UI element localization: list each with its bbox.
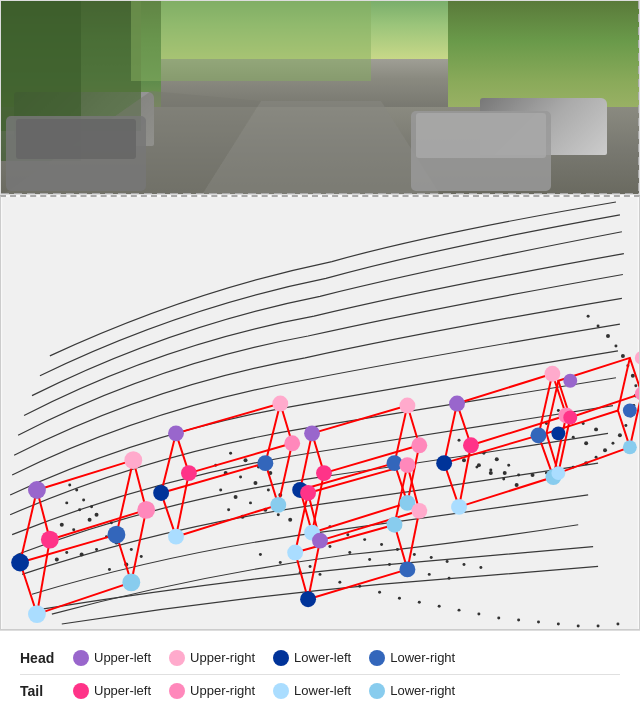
svg-point-170: [124, 451, 142, 469]
tail-upper-right-item: Upper-right: [169, 683, 255, 699]
svg-point-66: [594, 427, 598, 431]
svg-point-186: [399, 398, 415, 414]
svg-point-209: [563, 374, 577, 388]
svg-point-16: [95, 513, 99, 517]
svg-point-82: [517, 619, 520, 622]
svg-point-15: [68, 484, 71, 487]
svg-point-45: [219, 488, 222, 491]
svg-point-197: [300, 485, 316, 501]
svg-point-80: [477, 613, 480, 616]
svg-point-108: [587, 315, 590, 318]
svg-point-58: [462, 458, 466, 462]
svg-point-175: [28, 605, 46, 623]
svg-point-121: [611, 442, 614, 445]
head-legend-row: Head Upper-left Upper-right Lower-left L…: [20, 650, 620, 666]
svg-point-91: [328, 545, 331, 548]
svg-point-57: [507, 464, 510, 467]
svg-point-35: [229, 452, 232, 455]
svg-point-97: [448, 577, 451, 580]
svg-point-75: [378, 591, 381, 594]
svg-point-182: [284, 435, 300, 451]
svg-point-93: [368, 558, 371, 561]
svg-point-85: [577, 625, 580, 628]
tail-upper-right-dot: [169, 683, 185, 699]
head-upper-left-item: Upper-left: [73, 650, 151, 666]
svg-point-77: [418, 601, 421, 604]
svg-point-190: [411, 437, 427, 453]
street-photo: [1, 1, 639, 194]
svg-point-122: [603, 448, 607, 452]
svg-point-46: [234, 495, 238, 499]
svg-point-172: [107, 526, 125, 544]
svg-point-105: [446, 560, 449, 563]
svg-point-71: [319, 573, 322, 576]
svg-point-216: [623, 440, 637, 454]
svg-point-115: [634, 384, 637, 387]
svg-point-74: [358, 585, 361, 588]
svg-rect-2: [131, 1, 371, 81]
svg-point-109: [597, 325, 600, 328]
legend-divider: [20, 674, 620, 675]
svg-point-180: [257, 455, 273, 471]
svg-point-212: [623, 404, 637, 418]
tail-label: Tail: [20, 683, 55, 699]
svg-point-211: [551, 426, 565, 440]
tail-upper-left-item: Upper-left: [73, 683, 151, 699]
svg-point-193: [312, 533, 328, 549]
svg-point-79: [458, 609, 461, 612]
tail-upper-right-text: Upper-right: [190, 683, 255, 698]
tail-lower-right-text: Lower-right: [390, 683, 455, 698]
head-label: Head: [20, 650, 55, 666]
head-upper-left-text: Upper-left: [94, 650, 151, 665]
svg-point-21: [88, 518, 92, 522]
svg-point-185: [304, 425, 320, 441]
svg-point-18: [65, 501, 68, 504]
svg-point-196: [399, 561, 415, 577]
lidar-section: [0, 195, 640, 630]
svg-point-89: [279, 561, 282, 564]
main-container: Head Upper-left Upper-right Lower-left L…: [0, 0, 640, 717]
svg-point-106: [463, 563, 466, 566]
tail-lower-right-item: Lower-right: [369, 683, 455, 699]
svg-point-30: [55, 557, 59, 561]
tail-lower-right-dot: [369, 683, 385, 699]
svg-point-119: [624, 424, 627, 427]
svg-point-101: [380, 543, 383, 546]
svg-point-104: [430, 556, 433, 559]
svg-point-128: [531, 473, 535, 477]
svg-point-200: [387, 517, 403, 533]
svg-point-199: [287, 545, 303, 561]
svg-point-174: [137, 501, 155, 519]
svg-point-129: [517, 474, 520, 477]
svg-point-169: [28, 481, 46, 499]
svg-point-23: [60, 523, 64, 527]
head-upper-right-dot: [169, 650, 185, 666]
svg-point-96: [428, 573, 431, 576]
tail-upper-left-dot: [73, 683, 89, 699]
svg-point-92: [348, 551, 351, 554]
svg-point-189: [316, 465, 332, 481]
svg-point-36: [244, 458, 248, 462]
svg-point-102: [396, 548, 399, 551]
svg-point-176: [122, 573, 140, 591]
svg-point-114: [631, 374, 635, 378]
head-upper-right-text: Upper-right: [190, 650, 255, 665]
svg-point-130: [503, 471, 507, 475]
svg-point-60: [489, 471, 493, 475]
svg-point-84: [557, 623, 560, 626]
svg-point-76: [398, 597, 401, 600]
tail-lower-left-dot: [273, 683, 289, 699]
svg-point-90: [259, 553, 262, 556]
svg-point-56: [495, 457, 499, 461]
svg-point-112: [621, 354, 625, 358]
svg-point-61: [502, 478, 505, 481]
svg-point-12: [75, 488, 78, 491]
svg-point-73: [309, 565, 312, 568]
svg-point-181: [181, 465, 197, 481]
svg-point-215: [551, 466, 565, 480]
svg-point-100: [363, 538, 366, 541]
tail-upper-left-text: Upper-left: [94, 683, 151, 698]
svg-point-110: [606, 334, 610, 338]
head-upper-left-dot: [73, 650, 89, 666]
svg-point-184: [270, 497, 286, 513]
